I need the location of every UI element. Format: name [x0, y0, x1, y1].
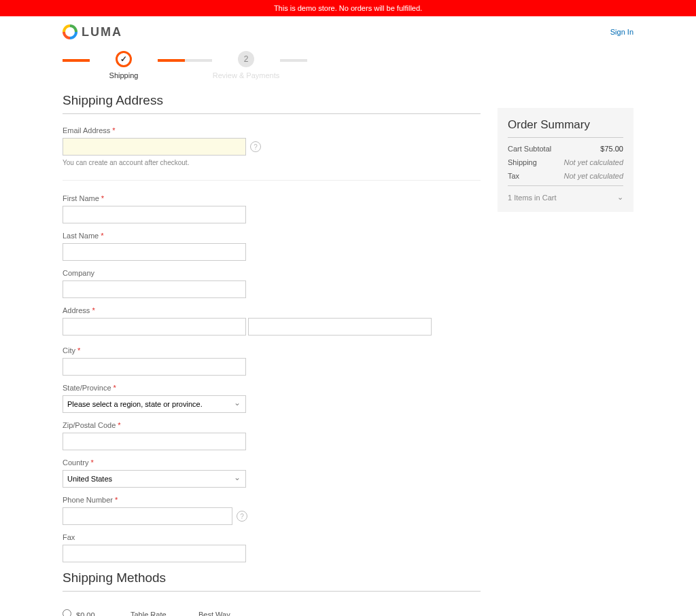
lastname-field[interactable] — [63, 243, 246, 261]
ship-radio-1[interactable] — [63, 609, 71, 616]
shipping-address-title: Shipping Address — [63, 93, 481, 114]
demo-banner: This is demo store. No orders will be fu… — [0, 0, 696, 16]
email-tooltip-icon[interactable]: ? — [250, 141, 261, 152]
step-shipping-label: Shipping — [90, 71, 158, 79]
cart-items-toggle[interactable]: 1 Items in Cart ⌄ — [508, 185, 623, 202]
firstname-label: First Name — [63, 194, 481, 202]
firstname-field[interactable] — [63, 206, 246, 223]
lastname-label: Last Name — [63, 232, 481, 240]
logo-icon — [63, 24, 77, 39]
tax-value: Not yet calculated — [564, 172, 623, 180]
progress-bar-4 — [280, 59, 307, 62]
zip-field[interactable] — [63, 433, 246, 450]
checkout-progress: Shipping 2 Review & Payments — [63, 51, 633, 79]
signin-link[interactable]: Sign In — [610, 28, 633, 36]
logo[interactable]: LUMA — [63, 24, 122, 39]
phone-tooltip-icon[interactable]: ? — [237, 511, 247, 522]
phone-field[interactable] — [63, 507, 232, 525]
step-review[interactable]: 2 Review & Payments — [212, 51, 280, 79]
ship-price-1: $0.00 — [76, 611, 95, 616]
progress-bar-1 — [63, 59, 90, 62]
subtotal-label: Cart Subtotal — [508, 145, 551, 153]
shipping-method-1[interactable]: $0.00 Table Rate Best Way — [63, 604, 481, 616]
subtotal-value: $75.00 — [600, 145, 623, 153]
address-field-1[interactable] — [63, 318, 246, 336]
progress-bar-2 — [158, 59, 185, 62]
email-field[interactable] — [63, 138, 246, 156]
fax-field[interactable] — [63, 545, 246, 562]
email-note: You can create an account after checkout… — [63, 159, 481, 166]
ship-title-1: Best Way — [198, 611, 253, 617]
cart-items-label: 1 Items in Cart — [508, 194, 557, 202]
company-field[interactable] — [63, 280, 246, 298]
address-label: Address — [63, 306, 481, 314]
chevron-down-icon: ⌄ — [617, 193, 623, 202]
company-label: Company — [63, 269, 481, 277]
brand-name: LUMA — [82, 25, 122, 39]
country-label: Country — [63, 458, 481, 467]
city-field[interactable] — [63, 358, 246, 376]
step-review-circle: 2 — [238, 51, 254, 67]
state-label: State/Province — [63, 384, 481, 392]
country-select[interactable]: United States — [63, 470, 246, 488]
tax-label: Tax — [508, 172, 519, 180]
fax-label: Fax — [63, 533, 481, 541]
summary-title: Order Summary — [508, 118, 623, 138]
step-review-label: Review & Payments — [212, 71, 280, 79]
shipping-cost-label: Shipping — [508, 158, 537, 166]
email-label: Email Address — [63, 126, 481, 134]
divider-1 — [63, 180, 481, 181]
progress-bar-3 — [185, 59, 212, 62]
shipping-methods-title: Shipping Methods — [63, 570, 481, 592]
zip-label: Zip/Postal Code — [63, 421, 481, 429]
state-select[interactable]: Please select a region, state or provinc… — [63, 395, 246, 413]
step-shipping[interactable]: Shipping — [90, 51, 158, 79]
phone-label: Phone Number — [63, 496, 481, 504]
address-field-2[interactable] — [248, 318, 432, 336]
shipping-cost-value: Not yet calculated — [564, 158, 623, 166]
city-label: City — [63, 346, 481, 355]
ship-carrier-1: Table Rate — [130, 611, 185, 617]
order-summary: Order Summary Cart Subtotal $75.00 Shipp… — [498, 108, 633, 212]
step-shipping-circle — [116, 51, 132, 67]
